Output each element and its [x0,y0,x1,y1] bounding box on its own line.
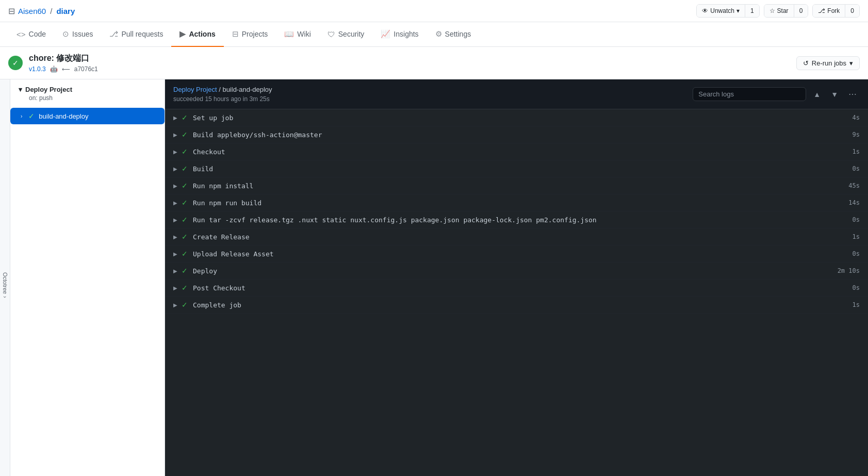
unwatch-btn-group: 👁 Unwatch ▾ 1 [696,4,759,18]
unwatch-button[interactable]: 👁 Unwatch ▾ [697,5,745,17]
tab-pull-requests[interactable]: ⎇ Pull requests [101,22,171,47]
step-check-icon: ✓ [182,216,188,224]
more-options-button[interactable]: ⋯ [845,87,860,101]
actions-icon: ▶ [179,29,186,39]
issues-icon: ⊙ [62,29,69,39]
step-expand-icon: ▶ [173,115,177,121]
tab-projects[interactable]: ⊟ Projects [224,22,276,47]
rerun-jobs-button[interactable]: ↺ Re-run jobs ▾ [796,56,860,70]
step-check-icon: ✓ [182,182,188,190]
commit-icon: ⟵ [62,66,70,73]
log-step[interactable]: ▶ ✓ Set up job 4s [165,109,868,126]
step-duration: 0s [853,165,860,172]
step-expand-icon: ▶ [173,217,177,223]
tab-actions[interactable]: ▶ Actions [171,22,223,47]
version-tag[interactable]: v1.0.3 [29,65,46,73]
section-chevron-icon: ▾ [19,86,22,93]
section-title-label: Deploy Project [25,86,72,93]
octotree-label: Octotree [2,272,8,294]
step-expand-icon: ▶ [173,234,177,240]
step-check-icon: ✓ [182,199,188,207]
dropdown-icon: ▾ [736,7,740,14]
settings-icon: ⚙ [435,29,442,39]
tab-code[interactable]: <> Code [8,23,54,47]
log-step[interactable]: ▶ ✓ Build appleboy/ssh-action@master 9s [165,126,868,143]
log-step[interactable]: ▶ ✓ Upload Release Asset 0s [165,245,868,262]
star-label: Star [777,7,789,14]
sidebar: ▾ Deploy Project on: push › ✓ build-and-… [10,79,165,476]
step-check-icon: ✓ [182,301,188,309]
log-step[interactable]: ▶ ✓ Build 0s [165,160,868,177]
log-step[interactable]: ▶ ✓ Run npm install 45s [165,177,868,194]
star-btn-group: ☆ Star 0 [764,4,809,18]
step-name: Build [193,165,844,173]
step-duration: 0s [853,250,860,257]
workflow-title: chore: 修改端口 [29,53,790,64]
log-step[interactable]: ▶ ✓ Run tar -zcvf release.tgz .nuxt stat… [165,211,868,228]
fork-button[interactable]: ⎇ Fork [813,5,845,17]
tab-insights[interactable]: 📈 Insights [372,22,427,47]
octotree-panel[interactable]: Octotree › [0,79,10,476]
tab-settings[interactable]: ⚙ Settings [427,22,480,47]
unwatch-label: Unwatch [710,7,734,14]
step-name: Post Checkout [193,284,844,292]
step-check-icon: ✓ [182,130,188,139]
wiki-icon: 📖 [284,29,294,39]
log-step[interactable]: ▶ ✓ Complete job 1s [165,297,868,314]
step-duration: 1s [853,233,860,240]
log-step[interactable]: ▶ ✓ Post Checkout 0s [165,280,868,297]
log-header-left: Deploy Project / build-and-deploy succee… [173,86,272,103]
repo-name-link[interactable]: diary [56,7,75,15]
step-check-icon: ✓ [182,113,188,122]
tab-security[interactable]: 🛡 Security [319,23,373,47]
nav-tabs: <> Code ⊙ Issues ⎇ Pull requests ▶ Actio… [0,22,868,47]
star-count: 0 [794,5,808,17]
tab-wiki[interactable]: 📖 Wiki [276,22,319,47]
step-expand-icon: ▶ [173,302,177,308]
log-step[interactable]: ▶ ✓ Create Release 1s [165,228,868,245]
log-breadcrumb-workflow[interactable]: Deploy Project [173,86,217,93]
step-name: Deploy [193,267,829,275]
step-duration: 1s [853,301,860,308]
step-name: Set up job [193,114,844,122]
fork-count: 0 [845,5,859,17]
code-icon: <> [17,30,26,39]
search-logs-input[interactable] [693,87,806,101]
sidebar-section-title[interactable]: ▾ Deploy Project [19,86,156,93]
sidebar-section-subtitle: on: push [29,94,156,102]
job-check-icon: ✓ [28,112,35,120]
step-expand-icon: ▶ [173,200,177,206]
octotree-chevron-icon: › [2,296,8,298]
log-step[interactable]: ▶ ✓ Checkout 1s [165,143,868,160]
repo-owner-link[interactable]: Aisen60 [18,7,46,15]
step-name: Run npm install [193,182,840,190]
pull-requests-icon: ⎇ [109,29,118,39]
step-name: Run npm run build [193,199,840,207]
step-duration: 9s [853,131,860,138]
step-duration: 2m 10s [838,267,860,274]
sidebar-job-build-and-deploy[interactable]: › ✓ build-and-deploy [10,108,165,124]
top-actions: 👁 Unwatch ▾ 1 ☆ Star 0 ⎇ Fork 0 [696,4,860,18]
star-icon: ☆ [769,7,775,14]
step-name: Build appleboy/ssh-action@master [193,131,844,139]
step-check-icon: ✓ [182,284,188,292]
tab-issues[interactable]: ⊙ Issues [54,22,101,47]
log-step[interactable]: ▶ ✓ Deploy 2m 10s [165,262,868,280]
projects-icon: ⊟ [232,29,239,39]
scroll-down-button[interactable]: ▼ [828,88,841,101]
repo-icon: ⊟ [8,6,15,16]
fork-label: Fork [827,7,840,14]
security-icon: 🛡 [327,30,335,39]
unwatch-count: 1 [745,5,759,17]
workflow-meta: v1.0.3 🤖 ⟵ a7076c1 [29,65,790,73]
step-duration: 14s [848,199,860,206]
step-check-icon: ✓ [182,233,188,241]
fork-icon: ⎇ [818,7,825,14]
log-step[interactable]: ▶ ✓ Run npm run build 14s [165,194,868,211]
step-check-icon: ✓ [182,267,188,275]
fork-btn-group: ⎇ Fork 0 [812,4,860,18]
scroll-up-button[interactable]: ▲ [810,88,824,101]
star-button[interactable]: ☆ Star [764,5,794,17]
step-expand-icon: ▶ [173,149,177,155]
step-expand-icon: ▶ [173,251,177,257]
